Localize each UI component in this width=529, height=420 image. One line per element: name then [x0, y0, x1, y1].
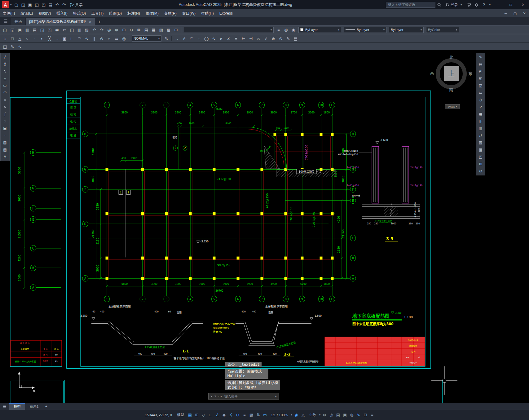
cut-icon[interactable]: ✂	[61, 26, 68, 33]
graphics-performance-toggle[interactable]: ↯	[355, 412, 362, 418]
symbol-icon[interactable]: ◇	[477, 97, 484, 103]
layer-off-icon[interactable]: ◍	[282, 26, 290, 33]
polar-tracking-toggle[interactable]: ∠	[214, 412, 221, 418]
snap-center-icon[interactable]: ○	[24, 35, 31, 42]
dynamic-input-toggle[interactable]: ▭	[262, 412, 268, 418]
palette-icon[interactable]: ▧	[477, 139, 484, 146]
snap-tangent-icon[interactable]: ◠	[76, 35, 83, 42]
dim-linear-icon[interactable]: ↔	[173, 35, 180, 42]
command-recent-icon[interactable]: ▭▾	[218, 394, 222, 398]
tolerance-icon[interactable]: ⊕	[270, 35, 277, 42]
menu-tools[interactable]: 工具(T)	[89, 9, 106, 17]
named-views-icon[interactable]: ▭	[113, 35, 120, 42]
annotation-autoscale-toggle[interactable]: △	[300, 412, 306, 418]
layer-properties-icon[interactable]: ≡	[275, 26, 282, 33]
section-view-icon[interactable]: ◱	[477, 75, 484, 82]
sheet-set-manager-icon[interactable]: ▩	[165, 26, 172, 33]
search-input[interactable]: 键入关键字或短语	[386, 2, 435, 8]
dim-continue-icon[interactable]: ⊣	[247, 35, 255, 42]
snap-endpoint-icon[interactable]: □	[9, 35, 16, 42]
ellipse-icon[interactable]: ◌	[1, 118, 9, 124]
publish-icon[interactable]: ◳	[46, 26, 53, 33]
dim-baseline-icon[interactable]: ⊢	[240, 35, 247, 42]
markup-assist-icon[interactable]: ✎	[9, 43, 16, 50]
add-layout-button[interactable]: +	[43, 405, 50, 408]
compass-east[interactable]: 东	[468, 71, 472, 77]
annotation-monitor-toggle[interactable]: ◎	[328, 412, 335, 418]
logo-caret-icon[interactable]: ▾	[9, 3, 13, 6]
snap-intersection-icon[interactable]: ╳	[46, 35, 53, 42]
zoom-window-icon[interactable]: ⊡	[120, 26, 128, 33]
annotation-scale-button[interactable]: 1:1 / 100%	[268, 413, 290, 417]
pdf-icon[interactable]: ▥	[477, 125, 484, 131]
command-expand-icon[interactable]: ▲	[275, 395, 277, 398]
close-button[interactable]: ✕	[517, 0, 529, 9]
ortho-toggle[interactable]: ∟	[207, 412, 214, 418]
dim-ordinate-icon[interactable]: ↑	[195, 35, 203, 42]
calculator-icon[interactable]: ⊞	[172, 26, 180, 33]
object-snap-toggle[interactable]: ⊙	[234, 412, 241, 418]
maximize-button[interactable]: □	[505, 0, 517, 9]
open-web-icon[interactable]: ◲	[33, 1, 40, 8]
plot-style-combo[interactable]: ByColor▾	[426, 27, 459, 33]
tool-palettes-icon[interactable]: ▧	[157, 26, 165, 33]
isodraft-toggle[interactable]: ◆	[221, 412, 227, 418]
help-icon[interactable]: ?	[480, 1, 487, 8]
ucs-icon[interactable]: ⌂	[105, 35, 113, 42]
dim-diameter-icon[interactable]: ⌀	[218, 35, 225, 42]
linetype-combo[interactable]: ByLayer▾	[344, 27, 386, 33]
share-button[interactable]: 共享	[68, 2, 85, 7]
tab-layout1[interactable]: 布局1	[25, 403, 43, 410]
search-icon[interactable]	[436, 1, 443, 8]
model-space-button[interactable]: 模型	[174, 413, 187, 417]
circle-icon[interactable]: ○	[1, 97, 9, 103]
doc-restore-button[interactable]: ▢	[510, 11, 520, 15]
dim-angular-icon[interactable]: ∠	[225, 35, 232, 42]
color-combo[interactable]: ByLayer▾	[298, 27, 341, 33]
dim-edit-icon[interactable]: ✎	[284, 35, 292, 42]
properties-icon[interactable]: ▤	[143, 26, 150, 33]
quick-properties-toggle[interactable]: ▤	[335, 412, 342, 418]
customization-toggle[interactable]: ≡	[369, 412, 376, 418]
lineweight-display-toggle[interactable]: ≡	[241, 412, 248, 418]
detail-view-icon[interactable]: ◲	[477, 82, 484, 89]
dim-jogged-icon[interactable]: ∿	[210, 35, 218, 42]
zoom-extents-icon[interactable]: ⊠	[135, 26, 143, 33]
undo-icon[interactable]: ↶	[90, 26, 98, 33]
save-as-icon[interactable]: ▥	[24, 26, 31, 33]
dim-arc-length-icon[interactable]: ◠	[188, 35, 195, 42]
snap-midpoint-icon[interactable]: △	[16, 35, 24, 42]
wcs-selector[interactable]: WCS▾	[445, 104, 460, 109]
plot-icon[interactable]: ▤	[31, 26, 38, 33]
tab-close-icon[interactable]: ✕	[89, 20, 91, 24]
qnew-icon[interactable]: ▢	[13, 1, 20, 8]
cart-icon[interactable]	[465, 1, 472, 8]
hatch-icon[interactable]: ▨	[1, 139, 9, 146]
autocad-logo[interactable]: A	[2, 1, 9, 8]
infer-icon[interactable]: ◇	[1, 35, 9, 42]
markup-icon[interactable]: ✎	[477, 54, 484, 60]
menu-dimension[interactable]: 标注(N)	[125, 9, 143, 17]
snap-quadrant-icon[interactable]: ◐	[38, 35, 46, 42]
menu-format[interactable]: 格式(O)	[70, 9, 89, 17]
leader-icon[interactable]: ↗	[477, 104, 484, 110]
table-icon[interactable]: ▦	[1, 147, 9, 153]
paste-icon[interactable]: ▥	[76, 26, 83, 33]
menu-draw[interactable]: 绘图(D)	[106, 9, 125, 17]
plot-icon[interactable]: ▤	[47, 1, 54, 8]
menu-insert[interactable]: 插入(I)	[54, 9, 70, 17]
text-style-combo[interactable]: NORMAL▾	[132, 35, 161, 42]
dim-space-icon[interactable]: ≍	[255, 35, 262, 42]
layer-combo[interactable]: ▾	[184, 27, 274, 33]
units-button[interactable]: 小数	[306, 413, 319, 417]
open-icon[interactable]: ◱	[9, 26, 16, 33]
etransmit-icon[interactable]: ⇄	[53, 26, 61, 33]
menu-modify[interactable]: 修改(M)	[143, 9, 161, 17]
grid-toggle[interactable]: ▦	[187, 412, 193, 418]
rectangle-icon[interactable]: ▭	[1, 82, 9, 89]
command-close-icon[interactable]: ✕	[210, 394, 213, 398]
match-properties-icon[interactable]: ▨	[83, 26, 90, 33]
text-style-icon[interactable]: ✎	[163, 35, 170, 42]
tab-drawing[interactable]: [浙江]框架结构基督教堂结构施工图*✕	[26, 18, 95, 25]
title-block-icon[interactable]: ▭	[477, 90, 484, 96]
